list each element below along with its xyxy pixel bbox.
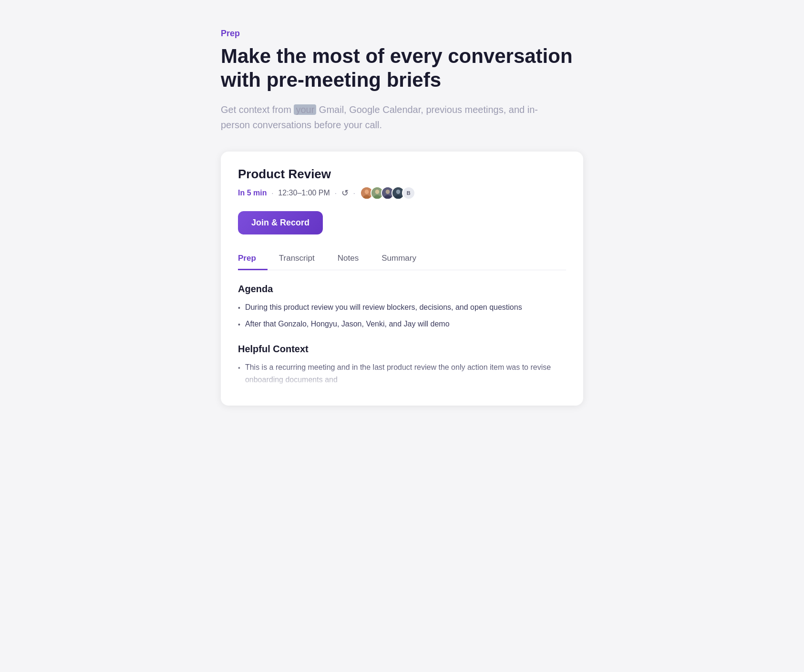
meta-dot-2: · [335,189,337,197]
context-item-1: This is a recurring meeting and in the l… [245,361,566,386]
agenda-item-1: During this product review you will revi… [245,301,522,314]
list-item: During this product review you will revi… [238,301,566,314]
recurring-icon: ↺ [341,188,349,198]
tab-prep[interactable]: Prep [238,248,268,270]
svg-point-1 [364,189,369,193]
svg-point-7 [385,189,390,193]
card-title: Product Review [238,167,566,182]
agenda-section: Agenda During this product review you wi… [238,284,566,330]
meeting-card: Product Review In 5 min · 12:30–1:00 PM … [221,152,583,406]
page-container: Prep Make the most of every conversation… [221,29,583,406]
meta-time-label: In 5 min [238,189,267,197]
agenda-list: During this product review you will revi… [238,301,566,330]
list-item: After that Gonzalo, Hongyu, Jason, Venki… [238,318,566,330]
tab-summary[interactable]: Summary [370,248,428,270]
helpful-context-section: Helpful Context This is a recurring meet… [238,344,566,386]
main-heading: Make the most of every conversation with… [221,44,583,92]
subtitle: Get context from your Gmail, Google Cale… [221,102,545,132]
agenda-item-2: After that Gonzalo, Hongyu, Jason, Venki… [245,318,450,330]
section-label: Prep [221,29,583,39]
avatars-group: B [360,186,415,200]
svg-point-10 [396,189,400,193]
subtitle-before: Get context from [221,104,294,115]
subtitle-highlight: your [294,104,316,115]
helpful-context-heading: Helpful Context [238,344,566,355]
join-record-button[interactable]: Join & Record [238,211,323,234]
meta-dot-3: · [353,189,355,197]
meta-dot-1: · [271,189,273,197]
meta-time-range: 12:30–1:00 PM [278,189,330,197]
tab-transcript[interactable]: Transcript [268,248,326,270]
tabs-bar: Prep Transcript Notes Summary [238,248,566,270]
tab-notes[interactable]: Notes [326,248,370,270]
agenda-heading: Agenda [238,284,566,295]
avatar-b: B [402,186,415,200]
svg-point-4 [375,189,379,193]
context-list: This is a recurring meeting and in the l… [238,361,566,386]
list-item: This is a recurring meeting and in the l… [238,361,566,386]
card-meta: In 5 min · 12:30–1:00 PM · ↺ · [238,186,566,200]
